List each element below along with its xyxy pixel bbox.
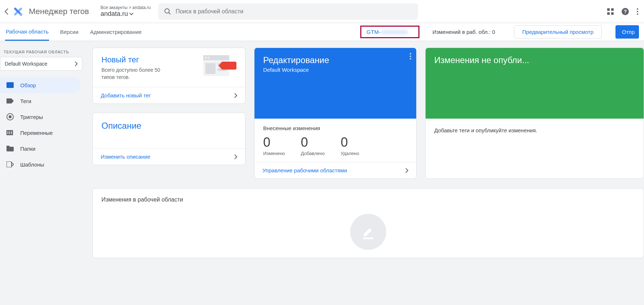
gtm-id-value: XXXXXXX xyxy=(382,29,408,35)
nav-variables[interactable]: Переменные xyxy=(0,125,80,141)
svg-line-4 xyxy=(169,12,170,14)
svg-rect-24 xyxy=(6,162,12,167)
stat-added: 0Добавлено xyxy=(301,135,325,156)
more-vert-icon[interactable] xyxy=(637,8,638,15)
search-input[interactable] xyxy=(175,8,412,15)
gtm-prefix: GTM- xyxy=(366,29,381,35)
new-tag-illustration-icon xyxy=(203,55,236,81)
svg-point-13 xyxy=(637,13,638,15)
chevron-right-icon xyxy=(234,154,237,159)
action-label: Добавить новый тег xyxy=(101,92,151,98)
workspace-selector[interactable]: Default Workspace xyxy=(0,57,82,71)
account-selector[interactable]: Все аккаунты > andata.ru andata.ru xyxy=(100,5,151,18)
chevron-down-icon xyxy=(129,13,134,16)
sidebar: ТЕКУЩАЯ РАБОЧАЯ ОБЛАСТЬ Default Workspac… xyxy=(0,41,84,305)
subbar: Рабочая область Версии Администрирование… xyxy=(0,23,644,41)
main: ТЕКУЩАЯ РАБОЧАЯ ОБЛАСТЬ Default Workspac… xyxy=(0,41,644,305)
account-name: andata.ru xyxy=(100,10,151,18)
apps-icon[interactable] xyxy=(607,8,614,15)
svg-rect-26 xyxy=(203,55,229,60)
svg-point-34 xyxy=(410,58,411,59)
svg-point-27 xyxy=(205,57,207,59)
card-new-tag: Новый тег Всего доступно более 50 типов … xyxy=(92,48,245,104)
svg-rect-22 xyxy=(6,130,13,131)
chevron-right-icon xyxy=(75,61,78,66)
workspace-changes-title: Изменения в рабочей области xyxy=(101,196,635,203)
svg-rect-7 xyxy=(607,12,610,15)
stat-num: 0 xyxy=(263,135,285,150)
svg-point-11 xyxy=(637,8,638,10)
stats-row: 0Изменено 0Добавлено 0Удалено xyxy=(263,135,408,156)
nav-label: Переменные xyxy=(20,130,53,136)
stat-label: Добавлено xyxy=(301,151,325,156)
back-arrow-icon[interactable] xyxy=(3,8,10,15)
help-icon[interactable]: ? xyxy=(621,7,630,16)
svg-point-33 xyxy=(410,56,411,57)
editing-title: Редактирование xyxy=(263,55,408,65)
account-path: Все аккаунты > andata.ru xyxy=(100,5,151,10)
empty-state-icon xyxy=(350,214,386,250)
chevron-right-icon xyxy=(405,168,408,173)
search-icon xyxy=(164,8,171,16)
tab-admin[interactable]: Администрирование xyxy=(89,24,142,40)
workspace-name: Default Workspace xyxy=(5,61,47,67)
tab-workspace[interactable]: Рабочая область xyxy=(5,23,49,41)
svg-rect-29 xyxy=(205,63,216,74)
gtm-logo-icon xyxy=(12,5,25,18)
preview-button[interactable]: Предварительный просмотр xyxy=(514,25,602,39)
svg-rect-15 xyxy=(6,82,14,84)
new-tag-desc: Всего доступно более 50 типов тегов. xyxy=(101,67,174,81)
card-description: Описание Изменить описание xyxy=(92,112,245,165)
edit-description-action[interactable]: Изменить описание xyxy=(93,148,245,165)
svg-rect-8 xyxy=(611,12,614,15)
unpublished-title: Изменения не опубли... xyxy=(434,55,635,65)
topbar-actions: ? xyxy=(607,7,641,16)
stat-deleted: 0Удалено xyxy=(341,135,359,156)
description-title: Описание xyxy=(101,121,236,131)
tag-icon xyxy=(6,97,14,105)
svg-point-32 xyxy=(410,53,411,54)
manage-workspaces-action[interactable]: Управление рабочими областями xyxy=(254,162,416,178)
stat-label: Удалено xyxy=(341,151,359,156)
overview-icon xyxy=(6,81,14,89)
svg-text:?: ? xyxy=(623,8,627,14)
nav-triggers[interactable]: Триггеры xyxy=(0,109,80,125)
nav-label: Триггеры xyxy=(20,114,43,120)
changes-label: Внесенные изменения xyxy=(263,125,408,131)
svg-rect-6 xyxy=(611,8,614,11)
gtm-container-id[interactable]: GTM-XXXXXXX xyxy=(360,26,419,38)
template-icon xyxy=(6,161,14,168)
nav-label: Шаблоны xyxy=(20,162,44,168)
nav-templates[interactable]: Шаблоны xyxy=(0,156,80,172)
add-new-tag-action[interactable]: Добавить новый тег xyxy=(93,87,245,103)
nav-overview[interactable]: Обзор xyxy=(0,77,80,93)
svg-point-17 xyxy=(9,115,12,118)
workspace-changes-panel: Изменения в рабочей области xyxy=(92,188,644,258)
search-box[interactable] xyxy=(158,3,418,20)
svg-point-3 xyxy=(165,9,169,13)
variable-icon xyxy=(6,129,14,136)
workspace-changes-count[interactable]: Изменений в раб. обл.: 0 xyxy=(432,29,495,35)
nav-tags[interactable]: Теги xyxy=(0,93,80,109)
content: Новый тег Всего доступно более 50 типов … xyxy=(84,41,644,305)
chevron-right-icon xyxy=(234,93,237,98)
svg-point-12 xyxy=(637,11,638,12)
nav-label: Папки xyxy=(20,146,35,152)
new-tag-title: Новый тег xyxy=(101,55,174,65)
submit-button[interactable]: Отпр xyxy=(615,25,639,39)
stat-modified: 0Изменено xyxy=(263,135,285,156)
card-menu-icon[interactable] xyxy=(410,53,411,59)
sidebar-section-title: ТЕКУЩАЯ РАБОЧАЯ ОБЛАСТЬ xyxy=(0,47,84,56)
app-title: Менеджер тегов xyxy=(29,7,89,16)
card-unpublished: Изменения не опубли... Добавьте теги и о… xyxy=(425,48,644,179)
svg-rect-35 xyxy=(363,238,373,239)
nav-label: Обзор xyxy=(20,82,36,88)
stat-label: Изменено xyxy=(263,151,285,156)
nav-folders[interactable]: Папки xyxy=(0,141,80,156)
editing-subtitle: Default Workspace xyxy=(263,67,408,73)
nav-label: Теги xyxy=(20,98,31,104)
trigger-icon xyxy=(6,113,14,120)
tab-versions[interactable]: Версии xyxy=(59,24,79,40)
svg-rect-23 xyxy=(6,134,13,135)
account-name-text: andata.ru xyxy=(100,10,128,18)
